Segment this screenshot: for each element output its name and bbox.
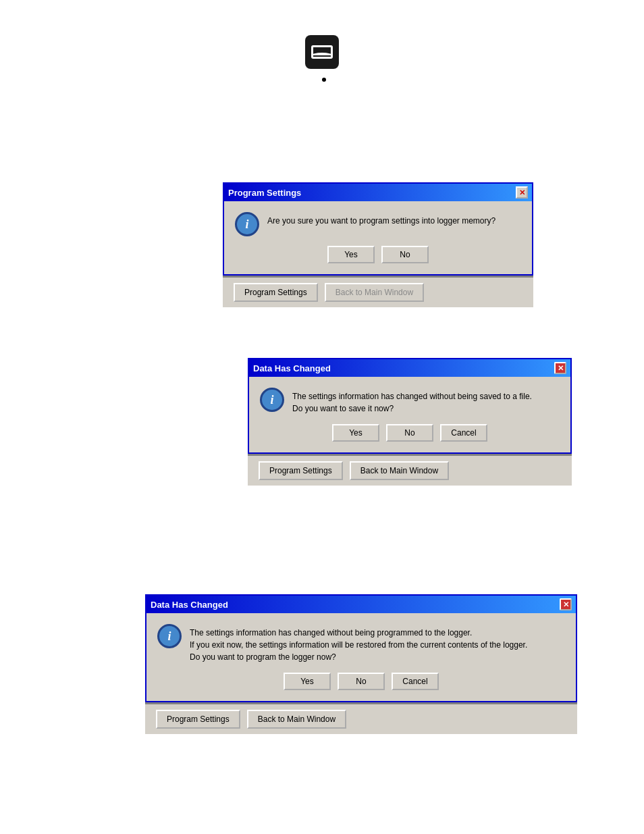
data-changed-2-content: i The settings information has changed w… <box>157 624 565 663</box>
data-changed-1-window: Data Has Changed ✕ i The settings inform… <box>248 358 572 454</box>
dialog-data-changed-1: Data Has Changed ✕ i The settings inform… <box>248 358 572 486</box>
data-changed-1-no-button[interactable]: No <box>386 424 433 442</box>
data-changed-2-body: i The settings information has changed w… <box>146 613 576 701</box>
data-changed-1-bottom-back-button[interactable]: Back to Main Window <box>350 461 449 480</box>
app-icon <box>305 35 339 69</box>
data-changed-2-cancel-button[interactable]: Cancel <box>392 673 439 690</box>
program-settings-buttons: Yes No <box>235 246 521 263</box>
data-changed-2-bottom-bar: Program Settings Back to Main Window <box>145 703 577 734</box>
info-icon-1: i <box>235 212 259 236</box>
app-icon-inner <box>311 45 333 59</box>
data-changed-1-body: i The settings information has changed w… <box>249 377 570 452</box>
app-icon-container <box>305 35 339 69</box>
data-changed-1-titlebar: Data Has Changed ✕ <box>249 359 570 377</box>
program-settings-bottom-bar: Program Settings Back to Main Window <box>223 276 533 307</box>
data-changed-2-bottom-back-button[interactable]: Back to Main Window <box>247 710 346 729</box>
program-settings-title: Program Settings <box>228 188 301 198</box>
program-settings-content: i Are you sure you want to program setti… <box>235 212 521 236</box>
data-changed-2-yes-button[interactable]: Yes <box>284 673 331 690</box>
bullet-point <box>322 78 326 82</box>
data-changed-2-message: The settings information has changed wit… <box>190 624 527 663</box>
data-changed-1-title: Data Has Changed <box>253 363 331 373</box>
data-changed-2-window: Data Has Changed ✕ i The settings inform… <box>145 594 577 702</box>
program-settings-yes-button[interactable]: Yes <box>327 246 375 263</box>
data-changed-1-bottom-bar: Program Settings Back to Main Window <box>248 454 572 486</box>
data-changed-2-bottom-program-button[interactable]: Program Settings <box>156 710 240 729</box>
data-changed-1-yes-button[interactable]: Yes <box>332 424 379 442</box>
data-changed-1-message: The settings information has changed wit… <box>292 388 532 415</box>
data-changed-2-title: Data Has Changed <box>151 600 228 610</box>
data-changed-1-content: i The settings information has changed w… <box>260 388 560 415</box>
program-settings-bottom-back-button[interactable]: Back to Main Window <box>325 283 424 302</box>
app-icon-wave <box>313 50 331 55</box>
program-settings-window: Program Settings ✕ i Are you sure you wa… <box>223 182 533 276</box>
program-settings-body: i Are you sure you want to program setti… <box>224 201 532 274</box>
info-icon-3: i <box>157 624 182 648</box>
data-changed-2-buttons: Yes No Cancel <box>157 673 565 690</box>
info-icon-2: i <box>260 388 284 412</box>
dialog-data-changed-2: Data Has Changed ✕ i The settings inform… <box>145 594 577 734</box>
program-settings-titlebar: Program Settings ✕ <box>224 184 532 201</box>
data-changed-1-bottom-program-button[interactable]: Program Settings <box>259 461 343 480</box>
data-changed-2-titlebar: Data Has Changed ✕ <box>146 596 576 613</box>
program-settings-message: Are you sure you want to program setting… <box>267 212 495 227</box>
data-changed-1-buttons: Yes No Cancel <box>260 424 560 442</box>
data-changed-2-close-button[interactable]: ✕ <box>560 598 572 610</box>
data-changed-1-close-button[interactable]: ✕ <box>554 362 566 374</box>
data-changed-2-no-button[interactable]: No <box>338 673 385 690</box>
program-settings-no-button[interactable]: No <box>381 246 429 263</box>
data-changed-1-cancel-button[interactable]: Cancel <box>440 424 487 442</box>
program-settings-close-button[interactable]: ✕ <box>516 186 528 199</box>
program-settings-bottom-program-button[interactable]: Program Settings <box>234 283 318 302</box>
dialog-program-settings: Program Settings ✕ i Are you sure you wa… <box>223 182 533 307</box>
